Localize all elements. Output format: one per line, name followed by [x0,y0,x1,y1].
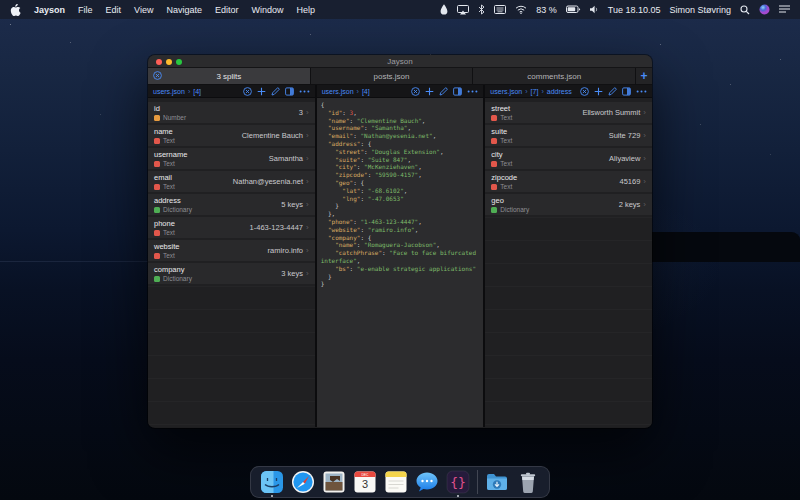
add-icon[interactable] [594,87,603,96]
bluetooth-icon[interactable] [478,4,485,15]
tab-posts-json[interactable]: posts.json [311,68,474,84]
dock-item-photos[interactable] [322,470,346,494]
search-icon[interactable] [740,5,750,15]
edit-icon[interactable] [608,87,617,96]
json-line: { [321,101,480,109]
close-circle-icon[interactable] [580,87,589,96]
zoom-button[interactable] [176,59,182,65]
close-circle-icon[interactable] [243,87,252,96]
key-value-list: streetTextEllsworth Summit›suiteTextSuit… [485,98,652,215]
more-icon[interactable] [636,87,647,96]
breadcrumb-segment[interactable]: address [547,88,572,95]
row-key: website [154,242,179,251]
breadcrumb-segment[interactable]: users.json [322,88,354,95]
add-icon[interactable] [257,87,266,96]
list-item[interactable]: streetTextEllsworth Summit› [485,102,652,123]
list-item[interactable]: phoneText1-463-123-4447› [148,217,315,238]
keyboard-icon[interactable] [494,5,506,14]
dock-item-calendar[interactable]: DEC3 [353,470,377,494]
breadcrumb-segment[interactable]: users.json [153,88,185,95]
siri-icon[interactable] [759,4,770,15]
row-left: suiteText [491,127,512,144]
add-icon[interactable] [425,87,434,96]
menu-item-window[interactable]: Window [251,5,283,15]
json-line: "bs": "e-enable strategic applications" [321,265,480,273]
dock-item-messages[interactable] [415,470,439,494]
row-value: Suite 729 [609,131,641,140]
droplet-icon[interactable] [440,4,448,15]
row-key: phone [154,219,175,228]
json-line: "geo": { [321,179,480,187]
notification-list-icon[interactable] [779,5,790,14]
tab-3-splits[interactable]: 3 splits [148,68,311,84]
row-value: Samantha [269,154,303,163]
split-icon[interactable] [622,87,631,96]
list-item[interactable]: suiteTextSuite 729› [485,125,652,146]
split-icon[interactable] [285,87,294,96]
chevron-right-icon: › [643,178,646,186]
menu-clock[interactable]: Tue 18.10.05 [608,5,661,15]
list-item[interactable]: addressDictionary5 keys› [148,194,315,215]
menu-app-name[interactable]: Jayson [34,5,65,15]
breadcrumb-segment[interactable]: [4] [362,88,370,95]
breadcrumb-segment[interactable]: [7] [531,88,539,95]
edit-icon[interactable] [271,87,280,96]
minimize-button[interactable] [166,59,172,65]
list-item[interactable]: cityTextAliyaview› [485,148,652,169]
close-tab-icon[interactable] [153,71,162,82]
more-icon[interactable] [299,87,310,96]
menu-item-edit[interactable]: Edit [106,5,122,15]
menu-item-help[interactable]: Help [296,5,315,15]
chevron-right-icon: › [306,109,309,117]
list-item[interactable]: idNumber3› [148,102,315,123]
menu-item-file[interactable]: File [78,5,93,15]
apple-menu-icon[interactable] [10,4,21,16]
row-left: zipcodeText [491,173,517,190]
list-item[interactable]: websiteTextramiro.info› [148,240,315,261]
type-badge-text [154,161,160,167]
dock-item-trash[interactable] [516,470,540,494]
menu-item-editor[interactable]: Editor [215,5,239,15]
more-icon[interactable] [467,87,478,96]
list-item[interactable]: nameTextClementine Bauch› [148,125,315,146]
close-circle-icon[interactable] [411,87,420,96]
airplay-icon[interactable] [457,5,469,15]
tab-comments-json[interactable]: comments.json [473,68,636,84]
wifi-icon[interactable] [515,5,527,14]
type-badge-dictionary [154,276,160,282]
menu-item-view[interactable]: View [134,5,153,15]
row-value: 45169 [619,177,640,186]
add-tab-button[interactable]: + [636,68,652,84]
close-button[interactable] [156,59,162,65]
row-key: street [491,104,512,113]
split-icon[interactable] [453,87,462,96]
type-badge-text [491,161,497,167]
battery-icon[interactable] [566,5,581,14]
list-item[interactable]: companyDictionary3 keys› [148,263,315,284]
menu-item-navigate[interactable]: Navigate [166,5,202,15]
row-right: Samantha› [269,154,309,163]
list-item[interactable]: zipcodeText45169› [485,171,652,192]
json-source-editor[interactable]: { "id": 3, "name": "Clementine Bauch", "… [317,98,484,291]
battery-percentage[interactable]: 83 % [536,5,557,15]
list-item[interactable]: geoDictionary2 keys› [485,194,652,215]
row-key: username [154,150,187,159]
list-item[interactable]: emailTextNathan@yesenia.net› [148,171,315,192]
key-value-list: idNumber3›nameTextClementine Bauch›usern… [148,98,315,284]
row-type: Dictionary [154,206,192,213]
list-item[interactable]: usernameTextSamantha› [148,148,315,169]
breadcrumb-segment[interactable]: [4] [193,88,201,95]
edit-icon[interactable] [439,87,448,96]
json-line: "name": "Clementine Bauch", [321,117,480,125]
row-key: city [491,150,512,159]
dock-item-jayson[interactable]: {} [446,470,470,494]
window-title-bar[interactable]: Jayson [148,55,652,68]
dock-item-finder[interactable] [260,470,284,494]
dock-item-safari[interactable] [291,470,315,494]
user-name[interactable]: Simon Støvring [669,5,731,15]
dock-item-downloads[interactable] [485,470,509,494]
dock-item-notes[interactable] [384,470,408,494]
breadcrumb-segment[interactable]: users.json [490,88,522,95]
volume-icon[interactable] [590,5,599,14]
stars [10,24,11,25]
